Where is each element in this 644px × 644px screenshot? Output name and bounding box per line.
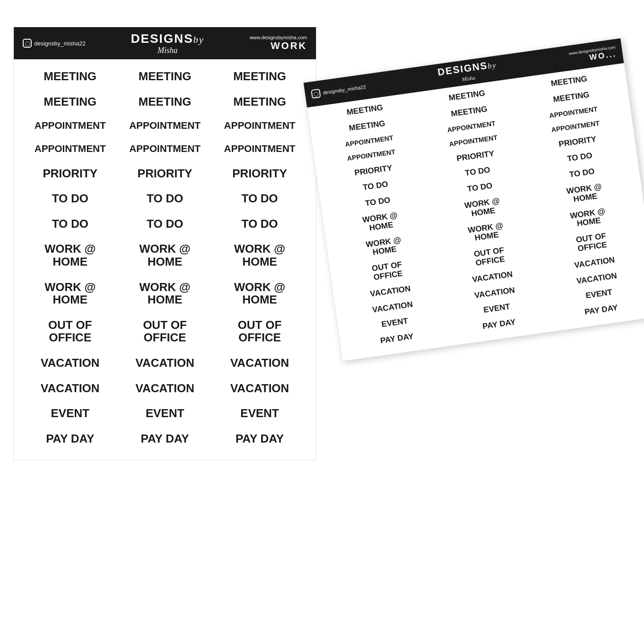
sticker-item: VACATION <box>212 376 307 401</box>
sticker-item: WORK @ HOME <box>118 236 213 274</box>
sticker-label: MEETING <box>233 70 286 83</box>
sticker-label-small: TO DO <box>467 181 493 193</box>
second-instagram-icon: ◯ <box>311 89 321 99</box>
sticker-label-small: OUT OF OFFICE <box>575 232 608 254</box>
sticker-label: TO DO <box>242 192 278 205</box>
sticker-item: VACATION <box>118 376 213 401</box>
sticker-label-small: EVENT <box>381 317 409 329</box>
sticker-item: OUT OF OFFICE <box>23 312 118 350</box>
sticker-label-small: VACATION <box>472 270 513 284</box>
sticker-item: EVENT <box>23 401 118 426</box>
sticker-label: VACATION <box>230 382 289 395</box>
sticker-item: WORK @ HOME <box>23 275 118 312</box>
sticker-label: PRIORITY <box>232 167 287 180</box>
main-sticker-sheet: ◯ designsby_misha22 DESIGNSby Misha www.… <box>13 27 316 460</box>
sticker-label: VACATION <box>135 382 194 395</box>
sticker-item: PRIORITY <box>212 161 307 186</box>
sticker-label-small: WORK @ HOME <box>464 197 501 219</box>
sticker-label: EVENT <box>146 407 185 420</box>
sticker-label-small: MEETING <box>448 89 486 103</box>
sticker-item: TO DO <box>212 186 307 211</box>
sticker-item: PRIORITY <box>23 161 118 186</box>
sticker-label: APPOINTMENT <box>34 120 106 131</box>
sticker-grid-main: MEETINGMEETINGMEETINGMEETINGMEETINGMEETI… <box>14 59 316 460</box>
sticker-item: TO DO <box>118 186 213 211</box>
sticker-label: PAY DAY <box>141 432 189 445</box>
sticker-label-small: WORK @ HOME <box>468 221 505 243</box>
sticker-item: MEETING <box>212 89 307 115</box>
sticker-label-small: VACATION <box>369 284 411 299</box>
sticker-label-small: WORK @ HOME <box>570 207 607 229</box>
sticker-item: EVENT <box>212 401 307 426</box>
logo-misha-text: Misha <box>157 46 177 55</box>
sticker-item: APPOINTMENT <box>23 137 118 160</box>
sticker-item: VACATION <box>118 350 213 376</box>
sticker-label-small: TO DO <box>365 196 391 208</box>
sticker-label-small: PRIORITY <box>354 164 393 177</box>
sticker-label: WORK @ HOME <box>139 281 191 306</box>
sticker-label-small: TO DO <box>464 166 491 178</box>
sticker-item: APPOINTMENT <box>212 114 307 137</box>
sticker-label: WORK @ HOME <box>45 281 96 306</box>
sticker-label-small: WORK @ HOME <box>362 211 399 233</box>
sticker-label: MEETING <box>44 70 96 83</box>
sticker-item: TO DO <box>212 211 307 237</box>
sticker-item: TO DO <box>23 186 118 211</box>
sticker-label-small: VACATION <box>574 255 615 270</box>
sticker-label: EVENT <box>51 407 90 420</box>
sticker-label-small: TO DO <box>569 167 595 179</box>
sticker-label: VACATION <box>135 357 194 369</box>
sticker-item: MEETING <box>212 64 307 89</box>
header-right: www.designsbymisha.com WORK <box>250 35 307 52</box>
sticker-item: APPOINTMENT <box>212 137 307 160</box>
sticker-label-small: VACATION <box>372 300 413 314</box>
sticker-label-small: MEETING <box>346 103 384 117</box>
sticker-grid-second: MEETINGMEETINGMEETINGMEETINGMEETINGMEETI… <box>307 63 644 361</box>
sticker-item: EVENT <box>118 401 213 426</box>
sticker-label: APPOINTMENT <box>224 144 295 154</box>
sticker-label: VACATION <box>41 357 99 369</box>
sticker-label: MEETING <box>139 70 191 83</box>
sticker-label-small: TO DO <box>566 152 593 164</box>
logo-designs-text: DESIGNSby <box>131 32 205 45</box>
sticker-label: WORK @ HOME <box>234 242 285 268</box>
sticker-label-small: MEETING <box>553 90 590 104</box>
sticker-item: WORK @ HOME <box>118 275 213 312</box>
sticker-label: WORK @ HOME <box>139 242 191 268</box>
sticker-item: PRIORITY <box>118 161 213 186</box>
sticker-label-small: VACATION <box>576 271 617 286</box>
sticker-label-small: EVENT <box>585 288 613 301</box>
sticker-label: TO DO <box>147 192 183 205</box>
second-instagram-text: designsby_misha22 <box>323 84 366 95</box>
sticker-label-small: EVENT <box>483 303 511 315</box>
sticker-item: VACATION <box>212 350 307 376</box>
sticker-label: OUT OF OFFICE <box>238 319 282 344</box>
sticker-label: TO DO <box>52 192 88 205</box>
sticker-item: TO DO <box>118 211 213 237</box>
sticker-item: APPOINTMENT <box>118 114 213 137</box>
sticker-label-small: WORK @ HOME <box>566 182 603 205</box>
sticker-label-small: MEETING <box>349 119 386 133</box>
second-logo-designs-text: DESIGNSby <box>437 58 497 78</box>
sticker-item: VACATION <box>23 350 118 376</box>
category-text: WORK <box>250 40 307 52</box>
sticker-label: APPOINTMENT <box>224 120 295 131</box>
sticker-label: PAY DAY <box>46 432 94 445</box>
main-header: ◯ designsby_misha22 DESIGNSby Misha www.… <box>14 27 316 59</box>
sticker-label-small: PAY DAY <box>482 318 516 331</box>
sticker-item: WORK @ HOME <box>23 236 118 274</box>
sticker-item: MEETING <box>23 89 118 115</box>
sticker-item: TO DO <box>23 211 118 237</box>
sticker-label: PRIORITY <box>43 167 98 180</box>
sticker-label: APPOINTMENT <box>34 144 106 154</box>
second-logo-misha-text: Misha <box>461 74 476 82</box>
sticker-label-small: PRIORITY <box>456 149 495 163</box>
sticker-item: OUT OF OFFICE <box>212 312 307 350</box>
sticker-item: MEETING <box>118 89 213 115</box>
sticker-label: TO DO <box>242 217 278 230</box>
instagram-handle: ◯ designsby_misha22 <box>23 39 86 48</box>
sticker-item: MEETING <box>23 64 118 89</box>
sticker-label: MEETING <box>44 95 96 108</box>
sticker-label-small: WORK @ HOME <box>365 236 403 258</box>
sticker-label-small: PAY DAY <box>584 304 618 317</box>
